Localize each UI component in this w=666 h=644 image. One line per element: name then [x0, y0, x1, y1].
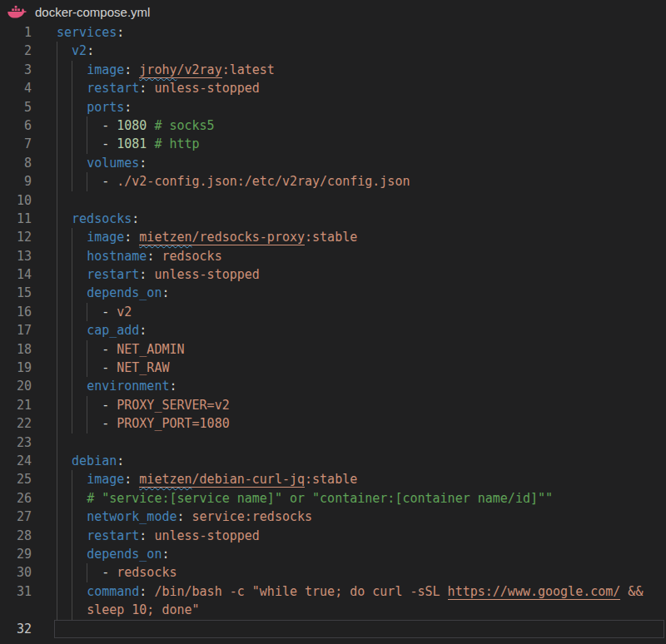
code-line-content[interactable]: # "service:[service name]" or "container… — [32, 489, 666, 508]
code-line-content[interactable]: network_mode: service:redsocks — [32, 508, 666, 526]
code-line-content[interactable]: environment: — [32, 377, 666, 395]
line-number[interactable]: 16 — [0, 303, 32, 321]
code-line[interactable]: 19 - NET_RAW — [0, 359, 666, 377]
line-number[interactable]: 5 — [0, 98, 32, 116]
code-line-content[interactable] — [32, 620, 666, 638]
line-number[interactable]: 22 — [0, 414, 32, 433]
link[interactable]: /debian-curl-jq — [192, 472, 305, 488]
code-line[interactable]: 11 redsocks: — [0, 210, 666, 228]
line-number[interactable]: 15 — [0, 284, 32, 302]
code-line[interactable]: 9 - ./v2-config.json:/etc/v2ray/config.j… — [0, 172, 666, 191]
code-line-content[interactable]: - NET_ADMIN — [32, 340, 666, 359]
code-line-content[interactable]: debian: — [32, 452, 666, 470]
code-line[interactable]: 27 network_mode: service:redsocks — [0, 508, 666, 526]
code-line[interactable]: 30 - redsocks — [0, 563, 666, 582]
code-line-content[interactable] — [32, 433, 666, 452]
code-line[interactable]: 28 restart: unless-stopped — [0, 527, 666, 545]
line-number[interactable]: 14 — [0, 265, 32, 284]
code-line[interactable]: 13 hostname: redsocks — [0, 247, 666, 265]
line-number[interactable]: 10 — [0, 191, 32, 210]
link[interactable]: jrohy — [139, 62, 176, 78]
code-line[interactable]: 20 environment: — [0, 377, 666, 395]
code-line-content[interactable]: image: jrohy/v2ray:latest — [32, 61, 666, 79]
line-number[interactable]: 12 — [0, 228, 32, 246]
line-number[interactable]: 29 — [0, 545, 32, 563]
code-line-content[interactable] — [32, 191, 666, 210]
code-line-content[interactable]: depends_on: — [32, 284, 666, 302]
code-line-content[interactable]: hostname: redsocks — [32, 247, 666, 265]
line-number[interactable]: 21 — [0, 396, 32, 414]
code-line-content[interactable]: v2: — [32, 42, 666, 60]
code-line[interactable]: 12 image: mietzen/redsocks-proxy:stable — [0, 228, 666, 246]
line-number[interactable]: 32 — [0, 620, 32, 638]
line-number[interactable]: 11 — [0, 210, 32, 228]
line-number[interactable]: 8 — [0, 154, 32, 172]
code-line[interactable]: 18 - NET_ADMIN — [0, 340, 666, 359]
link[interactable]: mietzen — [139, 230, 191, 245]
code-line[interactable]: 31 command: /bin/bash -c "while true; do… — [0, 582, 666, 601]
line-number[interactable]: 18 — [0, 340, 32, 359]
link[interactable]: /redsocks-proxy — [192, 230, 305, 245]
code-line-content[interactable]: cap_add: — [32, 321, 666, 339]
code-line[interactable]: 22 - PROXY_PORT=1080 — [0, 414, 666, 433]
code-line[interactable]: 29 depends_on: — [0, 545, 666, 563]
line-number[interactable]: 1 — [0, 23, 32, 42]
code-line-content[interactable]: image: mietzen/debian-curl-jq:stable — [32, 470, 666, 488]
code-line[interactable]: 6 - 1080 # socks5 — [0, 116, 666, 135]
line-number[interactable]: 28 — [0, 527, 32, 545]
code-line[interactable]: 7 - 1081 # http — [0, 135, 666, 153]
code-line-content[interactable]: restart: unless-stopped — [32, 527, 666, 545]
code-line[interactable]: 24 debian: — [0, 452, 666, 470]
code-line[interactable]: sleep 10; done" — [0, 601, 666, 619]
line-number[interactable] — [0, 601, 32, 619]
code-line-content[interactable]: restart: unless-stopped — [32, 265, 666, 284]
line-number[interactable]: 13 — [0, 247, 32, 265]
line-number[interactable]: 6 — [0, 116, 32, 135]
code-line-content[interactable]: restart: unless-stopped — [32, 79, 666, 97]
line-number[interactable]: 27 — [0, 508, 32, 526]
code-line-content[interactable]: - redsocks — [32, 563, 666, 582]
line-number[interactable]: 24 — [0, 452, 32, 470]
code-line-content[interactable]: depends_on: — [32, 545, 666, 563]
code-line-content[interactable]: sleep 10; done" — [32, 601, 666, 619]
line-number[interactable]: 26 — [0, 489, 32, 508]
code-line[interactable]: 26 # "service:[service name]" or "contai… — [0, 489, 666, 508]
code-line-content[interactable]: - PROXY_SERVER=v2 — [32, 396, 666, 414]
code-line[interactable]: 32 — [0, 620, 666, 638]
link[interactable]: https://www.google.com/ — [448, 584, 621, 600]
code-line[interactable]: 8 volumes: — [0, 154, 666, 172]
code-line-content[interactable]: services: — [32, 23, 666, 42]
code-line[interactable]: 3 image: jrohy/v2ray:latest — [0, 61, 666, 79]
line-number[interactable]: 31 — [0, 582, 32, 601]
code-line[interactable]: 2 v2: — [0, 42, 666, 60]
code-line[interactable]: 14 restart: unless-stopped — [0, 265, 666, 284]
code-line-content[interactable]: - NET_RAW — [32, 359, 666, 377]
line-number[interactable]: 7 — [0, 135, 32, 153]
code-line-content[interactable]: - ./v2-config.json:/etc/v2ray/config.jso… — [32, 172, 666, 191]
code-line-content[interactable]: ports: — [32, 98, 666, 116]
code-line-content[interactable]: command: /bin/bash -c "while true; do cu… — [32, 582, 666, 601]
link[interactable]: mietzen — [139, 472, 191, 488]
line-number[interactable]: 4 — [0, 79, 32, 97]
line-number[interactable]: 20 — [0, 377, 32, 395]
code-line-content[interactable]: image: mietzen/redsocks-proxy:stable — [32, 228, 666, 246]
line-number[interactable]: 19 — [0, 359, 32, 377]
code-line[interactable]: 23 — [0, 433, 666, 452]
code-line[interactable]: 17 cap_add: — [0, 321, 666, 339]
code-line[interactable]: 10 — [0, 191, 666, 210]
code-line[interactable]: 5 ports: — [0, 98, 666, 116]
code-line-content[interactable]: - 1081 # http — [32, 135, 666, 153]
code-line-content[interactable]: - PROXY_PORT=1080 — [32, 414, 666, 433]
code-line[interactable]: 21 - PROXY_SERVER=v2 — [0, 396, 666, 414]
line-number[interactable]: 2 — [0, 42, 32, 60]
line-number[interactable]: 3 — [0, 61, 32, 79]
code-line[interactable]: 15 depends_on: — [0, 284, 666, 302]
line-number[interactable]: 30 — [0, 563, 32, 582]
line-number[interactable]: 9 — [0, 172, 32, 191]
code-line-content[interactable]: redsocks: — [32, 210, 666, 228]
code-line-content[interactable]: - 1080 # socks5 — [32, 116, 666, 135]
code-line[interactable]: 4 restart: unless-stopped — [0, 79, 666, 97]
code-line[interactable]: 16 - v2 — [0, 303, 666, 321]
code-line[interactable]: 1services: — [0, 23, 666, 42]
line-number[interactable]: 17 — [0, 321, 32, 339]
